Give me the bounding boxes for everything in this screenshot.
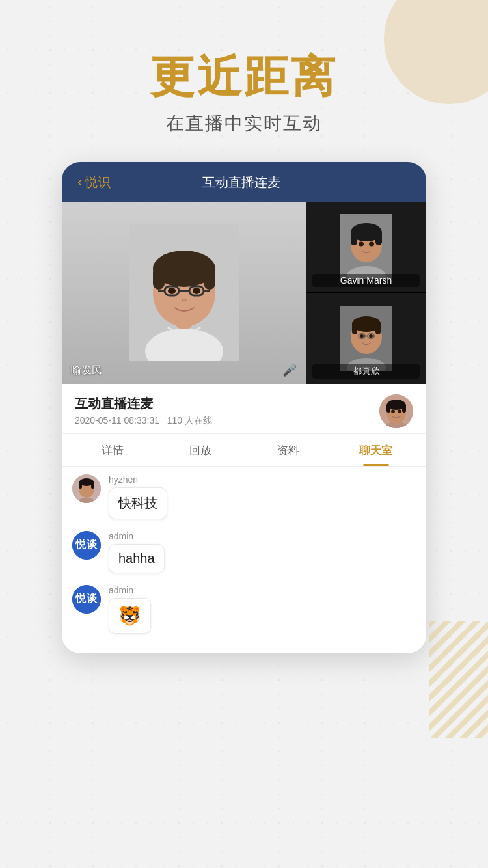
video-side-panel: Gavin Marsh bbox=[306, 202, 426, 384]
tab-chat[interactable]: 聊天室 bbox=[332, 434, 420, 466]
chat-avatar-2: 悦谈 bbox=[72, 531, 101, 560]
video-small-1: Gavin Marsh bbox=[306, 202, 426, 292]
svg-rect-22 bbox=[351, 231, 357, 245]
info-row: 互动直播连麦 2020-05-11 08:33:31 110 人在线 bbox=[62, 384, 426, 433]
video-main: 喻发民 🎤 bbox=[62, 202, 306, 384]
chat-username-3: admin bbox=[109, 585, 416, 595]
header-title: 互动直播连麦 bbox=[111, 174, 372, 191]
phone-header: ‹ 悦识 互动直播连麦 bbox=[62, 162, 426, 202]
chat-content-2: admin hahha bbox=[109, 531, 416, 573]
tabs-row: 详情 回放 资料 聊天室 bbox=[62, 433, 426, 467]
info-title: 互动直播连麦 bbox=[75, 395, 379, 413]
chat-bubble-1: 快科技 bbox=[109, 487, 167, 519]
svg-point-36 bbox=[360, 334, 364, 338]
svg-rect-23 bbox=[375, 231, 382, 245]
chat-content-3: admin 🐯 bbox=[109, 585, 416, 634]
svg-rect-52 bbox=[79, 481, 82, 489]
chat-username-1: hyzhen bbox=[109, 474, 416, 485]
side-video-2-label: 都真欣 bbox=[312, 364, 420, 379]
hero-section: 更近距离 在直播中实时互动 bbox=[0, 0, 488, 162]
yueshi-badge-2: 悦谈 bbox=[72, 531, 101, 560]
info-viewers: 110 人在线 bbox=[167, 415, 212, 426]
side-video-1-label: Gavin Marsh bbox=[312, 274, 420, 287]
video-small-2: 都真欣 bbox=[306, 293, 426, 384]
chat-content-1: hyzhen 快科技 bbox=[109, 474, 416, 519]
chat-username-2: admin bbox=[109, 531, 416, 541]
info-date: 2020-05-11 08:33:31 bbox=[75, 415, 159, 426]
svg-point-25 bbox=[369, 242, 374, 247]
svg-rect-8 bbox=[153, 267, 165, 290]
svg-rect-44 bbox=[402, 403, 406, 413]
back-chevron-icon: ‹ bbox=[77, 174, 82, 191]
chat-item-3: 悦谈 admin 🐯 bbox=[72, 585, 416, 634]
svg-rect-43 bbox=[386, 403, 390, 413]
stripe-decoration bbox=[429, 621, 488, 738]
mic-icon: 🎤 bbox=[282, 363, 297, 377]
host-avatar bbox=[379, 394, 413, 428]
info-meta: 2020-05-11 08:33:31 110 人在线 bbox=[75, 415, 379, 427]
tab-details[interactable]: 详情 bbox=[68, 434, 156, 466]
back-button[interactable]: ‹ 悦识 bbox=[77, 174, 111, 191]
yueshi-badge-3: 悦谈 bbox=[72, 585, 101, 614]
svg-rect-53 bbox=[91, 481, 94, 489]
svg-rect-2 bbox=[429, 621, 488, 738]
svg-point-46 bbox=[398, 409, 401, 413]
main-video-feed bbox=[62, 202, 306, 384]
chat-list: hyzhen 快科技 悦谈 admin hahha 悦谈 admin 🐯 bbox=[62, 467, 426, 653]
tab-materials[interactable]: 资料 bbox=[244, 434, 332, 466]
svg-point-45 bbox=[391, 409, 395, 413]
chat-avatar-1 bbox=[72, 474, 101, 503]
phone-mockup: ‹ 悦识 互动直播连麦 bbox=[62, 162, 426, 653]
info-text: 互动直播连麦 2020-05-11 08:33:31 110 人在线 bbox=[75, 395, 379, 427]
svg-rect-32 bbox=[375, 321, 381, 334]
hero-subtitle: 在直播中实时互动 bbox=[0, 111, 488, 136]
svg-point-37 bbox=[369, 334, 373, 338]
svg-rect-31 bbox=[352, 321, 357, 334]
hero-title: 更近距离 bbox=[0, 52, 488, 101]
svg-point-15 bbox=[168, 288, 176, 294]
chat-item-2: 悦谈 admin hahha bbox=[72, 531, 416, 573]
svg-point-16 bbox=[193, 288, 200, 294]
main-video-label: 喻发民 bbox=[71, 364, 102, 377]
svg-point-24 bbox=[359, 242, 364, 247]
chat-avatar-3: 悦谈 bbox=[72, 585, 101, 614]
svg-rect-9 bbox=[204, 267, 215, 290]
tab-replay[interactable]: 回放 bbox=[156, 434, 244, 466]
back-label: 悦识 bbox=[85, 174, 111, 191]
chat-bubble-3: 🐯 bbox=[109, 598, 151, 634]
chat-bubble-2: hahha bbox=[109, 544, 165, 573]
video-grid: 喻发民 🎤 bbox=[62, 202, 426, 384]
chat-item-1: hyzhen 快科技 bbox=[72, 474, 416, 519]
